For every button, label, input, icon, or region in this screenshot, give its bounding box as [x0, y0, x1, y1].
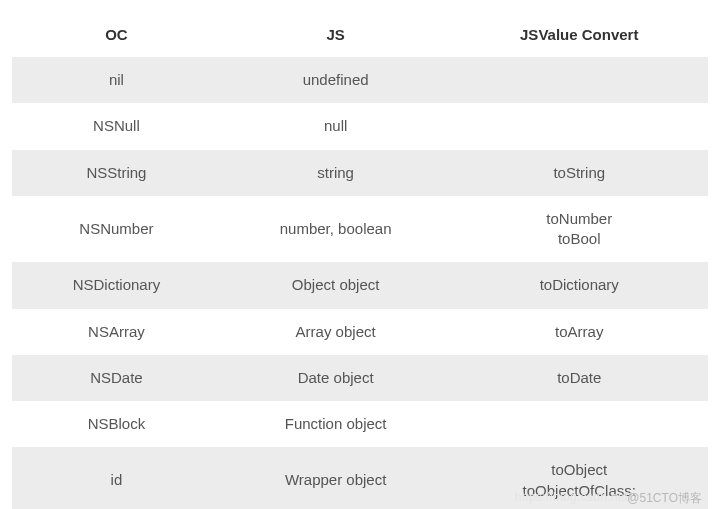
cell-convert [450, 401, 708, 447]
cell-convert-line: toBool [458, 229, 700, 249]
table-row: NSBlock Function object [12, 401, 708, 447]
table-row: NSDate Date object toDate [12, 355, 708, 401]
header-jsvalue-convert: JSValue Convert [450, 12, 708, 57]
cell-oc: NSNull [12, 103, 221, 149]
cell-convert: toString [450, 150, 708, 196]
cell-js: undefined [221, 57, 451, 103]
cell-oc: NSArray [12, 309, 221, 355]
cell-convert: toNumber toBool [450, 196, 708, 263]
cell-oc: nil [12, 57, 221, 103]
cell-convert-line: toNumber [458, 209, 700, 229]
type-mapping-table: OC JS JSValue Convert nil undefined NSNu… [12, 12, 708, 509]
table-row: NSDictionary Object object toDictionary [12, 262, 708, 308]
cell-convert: toDate [450, 355, 708, 401]
cell-oc: NSDictionary [12, 262, 221, 308]
table-row: NSArray Array object toArray [12, 309, 708, 355]
cell-js: Function object [221, 401, 451, 447]
cell-oc: NSString [12, 150, 221, 196]
cell-js: Object object [221, 262, 451, 308]
cell-oc: NSBlock [12, 401, 221, 447]
watermark-text: @51CTO博客 [627, 490, 702, 507]
header-js: JS [221, 12, 451, 57]
cell-js: Wrapper object [221, 447, 451, 509]
cell-convert [450, 57, 708, 103]
cell-convert: toArray [450, 309, 708, 355]
cell-oc: id [12, 447, 221, 509]
cell-convert: toDictionary [450, 262, 708, 308]
table-row: nil undefined [12, 57, 708, 103]
table-row: NSNumber number, boolean toNumber toBool [12, 196, 708, 263]
cell-js: Date object [221, 355, 451, 401]
cell-oc: NSNumber [12, 196, 221, 263]
cell-js: Array object [221, 309, 451, 355]
watermark-faint: https://blog.csdn.net/ [515, 490, 632, 504]
cell-convert [450, 103, 708, 149]
table-row: NSNull null [12, 103, 708, 149]
table-row: NSString string toString [12, 150, 708, 196]
cell-js: null [221, 103, 451, 149]
cell-js: number, boolean [221, 196, 451, 263]
cell-js: string [221, 150, 451, 196]
cell-oc: NSDate [12, 355, 221, 401]
table-header-row: OC JS JSValue Convert [12, 12, 708, 57]
cell-convert-line: toObject [458, 460, 700, 480]
header-oc: OC [12, 12, 221, 57]
